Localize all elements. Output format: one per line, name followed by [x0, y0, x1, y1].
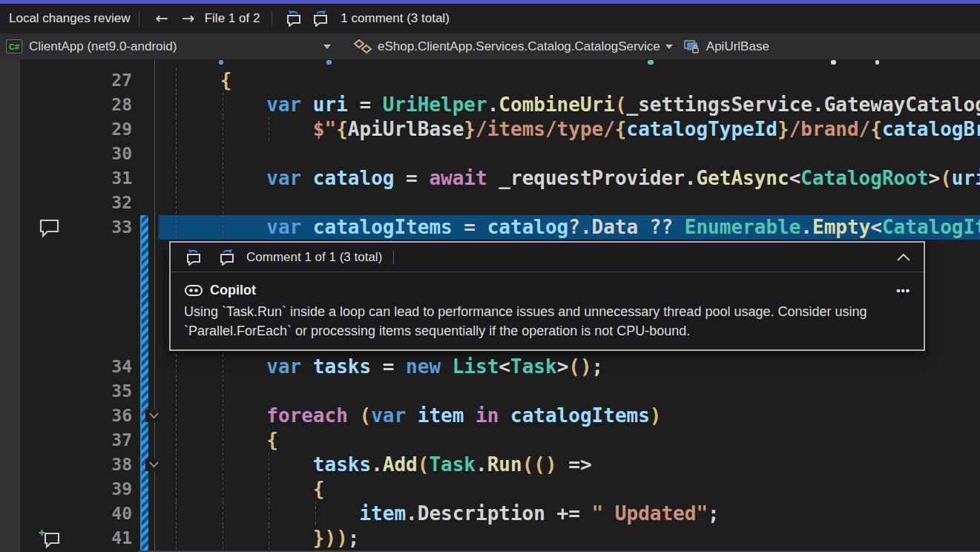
- code-fragment: [875, 60, 879, 65]
- review-title: Local changes review: [9, 11, 130, 26]
- line-number[interactable]: 34: [20, 355, 132, 379]
- code-text: item.Description += " Updated";: [174, 502, 720, 526]
- indent-guide: [176, 379, 177, 404]
- code-text: $"{ApiUrlBase}/items/type/{catalogTypeId…: [174, 117, 980, 142]
- indent-guide: [223, 142, 223, 166]
- code-line-30[interactable]: 30: [0, 142, 980, 166]
- indent-guide: [176, 142, 177, 166]
- fold-toggle[interactable]: [145, 410, 162, 422]
- comment-thread-popup: Comment 1 of 1 (3 total) Copilot •••: [0, 240, 980, 355]
- comment-popup-body: Copilot ••• Using `Task.Run` inside a lo…: [171, 272, 924, 341]
- fold-toggle[interactable]: [145, 459, 162, 471]
- code-text: {: [174, 477, 325, 502]
- line-number[interactable]: 30: [20, 142, 132, 166]
- gutter-add-comment-button[interactable]: [39, 529, 61, 551]
- line-number[interactable]: 40: [20, 502, 132, 526]
- line-number[interactable]: 33: [20, 215, 132, 240]
- line-number[interactable]: 36: [20, 404, 132, 428]
- next-comment-icon: [311, 10, 329, 27]
- code-line-33[interactable]: 33 var catalogItems = catalog?.Data ?? E…: [0, 215, 980, 240]
- header-separator: [393, 251, 394, 264]
- code-line-31[interactable]: 31 var catalog = await _requestProvider.…: [0, 166, 980, 191]
- csharp-project-icon: C#: [6, 39, 22, 53]
- chevron-down-icon: [665, 45, 673, 49]
- member-breadcrumb[interactable]: ApiUrlBase: [683, 39, 769, 54]
- line-number[interactable]: 29: [20, 117, 132, 142]
- field-lock-icon: [683, 39, 701, 54]
- toolbar-separator: [272, 11, 272, 26]
- project-dropdown[interactable]: C# ClientApp (net9.0-android): [6, 39, 341, 54]
- line-number[interactable]: 39: [20, 477, 132, 502]
- code-text: {: [174, 428, 278, 453]
- code-text: var catalogItems = catalog?.Data ?? Enum…: [174, 215, 980, 240]
- copilot-icon: [184, 280, 203, 300]
- code-fragment: [648, 60, 654, 65]
- comment-text: Using `Task.Run` inside a loop can lead …: [184, 302, 910, 341]
- add-comment-icon: [39, 529, 61, 548]
- code-text: tasks.Add(Task.Run(() =>: [174, 453, 592, 477]
- line-number[interactable]: 28: [20, 93, 132, 117]
- next-comment-button[interactable]: [311, 10, 329, 27]
- line-number[interactable]: 38: [20, 453, 132, 477]
- code-line-34[interactable]: 34 var tasks = new List<Task>();: [0, 355, 980, 379]
- code-line-27[interactable]: 27 {: [0, 68, 980, 93]
- code-line-39[interactable]: 39 {: [0, 477, 980, 502]
- code-fragment: [219, 60, 223, 65]
- comment-position-label: Comment 1 of 1 (3 total): [246, 250, 382, 265]
- document-navigation-bar: C# ClientApp (net9.0-android) eShop.Clie…: [0, 33, 980, 59]
- code-line-37[interactable]: 37 {: [0, 428, 980, 453]
- code-line-41[interactable]: 41 }));: [0, 526, 980, 551]
- line-number[interactable]: 31: [20, 166, 132, 191]
- file-position: File 1 of 2: [205, 11, 260, 26]
- more-actions-button[interactable]: •••: [896, 284, 910, 297]
- comments-summary: 1 comment (3 total): [341, 11, 449, 26]
- code-line-29[interactable]: 29 $"{ApiUrlBase}/items/type/{catalogTyp…: [0, 117, 980, 142]
- code-line-35[interactable]: 35: [0, 379, 980, 404]
- previous-comment-button[interactable]: [285, 10, 303, 27]
- comment-popup-box: Comment 1 of 1 (3 total) Copilot •••: [169, 241, 925, 351]
- next-comment-button[interactable]: [217, 249, 236, 266]
- indent-guide: [223, 191, 223, 215]
- project-name: ClientApp (net9.0-android): [29, 39, 177, 54]
- chevron-down-icon: [323, 45, 331, 49]
- code-line-28[interactable]: 28 var uri = UriHelper.CombineUri(_setti…: [0, 93, 980, 117]
- line-number[interactable]: 37: [20, 428, 132, 453]
- line-number[interactable]: 27: [20, 68, 132, 93]
- collapse-chevron-up-button[interactable]: [895, 252, 912, 262]
- previous-comment-icon: [285, 10, 303, 27]
- comment-popup-header: Comment 1 of 1 (3 total): [171, 243, 924, 272]
- fold-chevron-icon: [148, 412, 160, 420]
- code-rows: 27 {28 var uri = UriHelper.CombineUri(_s…: [0, 59, 980, 552]
- code-text: var catalog = await _requestProvider.Get…: [174, 166, 980, 191]
- code-editor[interactable]: 27 {28 var uri = UriHelper.CombineUri(_s…: [0, 59, 980, 552]
- line-number[interactable]: 32: [20, 191, 132, 215]
- gutter-comment-button[interactable]: [39, 218, 61, 240]
- next-file-button[interactable]: →: [175, 10, 202, 27]
- code-fragment: [326, 60, 332, 65]
- type-path: eShop.ClientApp.Services.Catalog.Catalog…: [378, 39, 660, 54]
- member-name: ApiUrlBase: [706, 39, 769, 54]
- code-text: var uri = UriHelper.CombineUri(_settings…: [174, 93, 980, 117]
- review-toolbar: Local changes review ← → File 1 of 2 1 c…: [0, 4, 980, 33]
- previous-file-button[interactable]: ←: [148, 10, 175, 27]
- next-comment-icon: [217, 249, 236, 266]
- code-text: }));: [174, 526, 359, 551]
- fold-chevron-icon: [148, 461, 160, 469]
- code-fragment: [831, 60, 836, 65]
- previous-comment-button[interactable]: [185, 249, 203, 266]
- code-line-36[interactable]: 36 foreach (var item in catalogItems): [0, 404, 980, 428]
- type-dropdown[interactable]: eShop.ClientApp.Services.Catalog.Catalog…: [353, 39, 673, 55]
- code-line-40[interactable]: 40 item.Description += " Updated";: [0, 502, 980, 526]
- code-text: {: [174, 68, 231, 93]
- indent-guide: [223, 379, 223, 404]
- previous-comment-icon: [185, 249, 203, 266]
- toolbar-separator: [139, 11, 139, 26]
- code-text: foreach (var item in catalogItems): [174, 404, 662, 428]
- partial-code-line: [0, 59, 980, 68]
- line-number[interactable]: 35: [20, 379, 132, 404]
- line-number[interactable]: 41: [20, 526, 132, 551]
- code-line-38[interactable]: 38 tasks.Add(Task.Run(() =>: [0, 453, 980, 477]
- code-text: var tasks = new List<Task>();: [174, 355, 603, 379]
- indent-guide: [176, 191, 177, 215]
- code-line-32[interactable]: 32: [0, 191, 980, 215]
